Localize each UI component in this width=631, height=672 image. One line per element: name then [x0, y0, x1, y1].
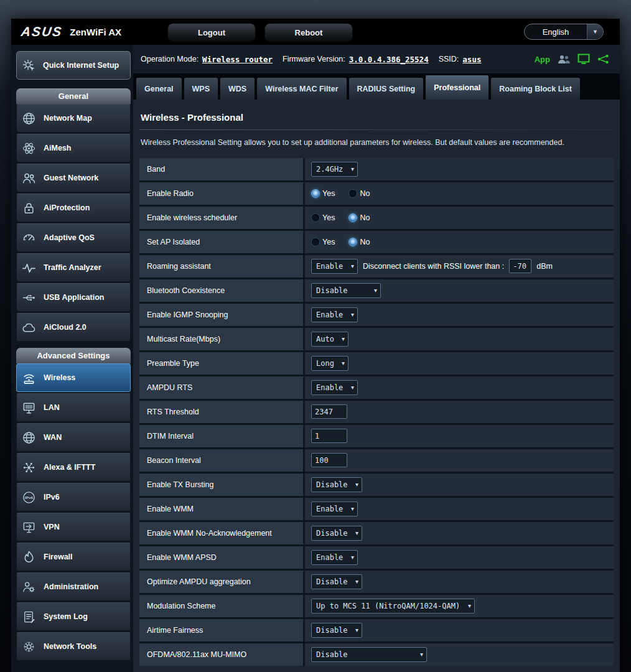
preamble-type-select[interactable]: Long [311, 356, 348, 371]
enable-igmp-snooping-select[interactable]: Enable [311, 307, 358, 322]
enable-radio-radio-no[interactable]: No [348, 189, 370, 198]
tab-wireless-mac-filter[interactable]: Wireless MAC Filter [256, 77, 347, 100]
settings-row-band: Band2.4GHz [139, 158, 614, 180]
settings-row-enable-wmm-apsd: Enable WMM APSDEnable [139, 546, 614, 569]
roaming-assistant-rssi-input[interactable] [509, 259, 531, 273]
sidebar-item-wireless[interactable]: Wireless [16, 363, 131, 392]
setting-label: Roaming assistant [139, 255, 305, 278]
setting-value: Disable [305, 522, 614, 544]
language-selector[interactable]: English ▼ [524, 24, 604, 40]
settings-row-ofdma-802-11ax-mu-mimo: OFDMA/802.11ax MU-MIMODisable [139, 643, 614, 666]
sidebar-item-administration[interactable]: Administration [16, 572, 131, 601]
sidebar-item-lan[interactable]: LAN [16, 393, 131, 422]
page-title: Wireless - Professional [139, 100, 614, 129]
enable-wireless-scheduler-radio-yes[interactable]: Yes [311, 213, 335, 222]
sidebar-item-aimesh[interactable]: AiMesh [16, 134, 131, 162]
main-area: Operation Mode: Wireless router Firmware… [133, 45, 620, 672]
setting-value: Disable [305, 279, 614, 302]
users-icon[interactable] [558, 54, 570, 64]
setting-label: Preamble Type [139, 352, 305, 375]
multicast-rate-mbps-select[interactable]: Auto [311, 332, 348, 347]
sidebar-item-label: WAN [44, 433, 62, 442]
set-ap-isolated-radio-no[interactable]: No [348, 238, 370, 246]
radio-option-label: Yes [322, 213, 335, 222]
tab-wds[interactable]: WDS [220, 77, 255, 100]
dtim-interval-input[interactable] [311, 429, 347, 443]
rts-threshold-input[interactable] [311, 404, 347, 419]
settings-row-airtime-fairness: Airtime FairnessDisable [139, 619, 614, 642]
sidebar-item-adaptive-qos[interactable]: Adaptive QoS [16, 223, 131, 252]
traffic-analyzer-icon [22, 260, 38, 275]
settings-row-modulation-scheme: Modulation SchemeUp to MCS 11 (NitroQAM/… [139, 595, 614, 617]
band-select-wrap: 2.4GHz [311, 162, 358, 177]
sidebar-item-label: IPv6 [44, 493, 60, 502]
sidebar-item-usb-application[interactable]: USB Application [16, 283, 131, 312]
sidebar-item-vpn[interactable]: VPN [16, 513, 131, 541]
quick-icons: App [535, 54, 610, 65]
beacon-interval-input[interactable] [311, 453, 347, 467]
app-link[interactable]: App [535, 55, 550, 64]
chevron-down-icon: ▼ [587, 24, 603, 39]
sidebar-item-label: Network Map [44, 114, 92, 123]
roaming-assistant-select[interactable]: Enable [311, 259, 358, 274]
settings-row-dtim-interval: DTIM Interval [139, 425, 614, 447]
set-ap-isolated-radio-yes[interactable]: Yes [311, 238, 335, 246]
operation-mode-link[interactable]: Wireless router [202, 55, 273, 64]
tab-general[interactable]: General [136, 77, 182, 100]
radio-checked-icon [311, 189, 320, 198]
network-share-icon[interactable] [597, 54, 610, 64]
settings-row-enable-tx-bursting: Enable TX BurstingDisable [139, 474, 614, 496]
sidebar-item-guest-network[interactable]: Guest Network [16, 164, 131, 192]
enable-igmp-snooping-select-wrap: Enable [311, 307, 358, 322]
ampdu-rts-select[interactable]: Enable [311, 380, 358, 395]
sidebar-item-system-log[interactable]: System Log [16, 602, 131, 631]
logout-button[interactable]: Logout [167, 23, 256, 42]
remote-screen-icon[interactable] [577, 54, 590, 65]
setting-value [305, 401, 614, 423]
enable-wireless-scheduler-radio-no[interactable]: No [348, 213, 370, 222]
setting-label: Modulation Scheme [139, 595, 305, 617]
wireless-icon [22, 370, 38, 385]
reboot-button[interactable]: Reboot [264, 23, 353, 42]
setting-label: Enable WMM No-Acknowledgement [139, 522, 305, 544]
tab-radius-setting[interactable]: RADIUS Setting [348, 77, 424, 100]
sidebar-item-ipv6[interactable]: IPv6IPv6 [16, 483, 131, 511]
ofdma-802-11ax-mu-mimo-select-wrap: Disable [311, 647, 427, 662]
tab-wps[interactable]: WPS [184, 77, 218, 100]
tab-roaming-block-list[interactable]: Roaming Block List [490, 77, 581, 100]
enable-wmm-no-acknowledgement-select[interactable]: Disable [311, 526, 362, 541]
bluetooth-coexistence-select[interactable]: Disable [311, 283, 381, 298]
sidebar-item-alexa-ifttt[interactable]: Alexa & IFTTT [16, 453, 131, 482]
airtime-fairness-select[interactable]: Disable [311, 623, 362, 638]
sidebar-item-aiprotection[interactable]: AiProtection [16, 194, 131, 222]
sidebar-item-aicloud-2-0[interactable]: AiCloud 2.0 [16, 313, 131, 342]
optimize-ampdu-aggregation-select[interactable]: Disable [311, 574, 362, 589]
rssi-unit-label: dBm [536, 262, 553, 271]
band-select[interactable]: 2.4GHz [311, 162, 358, 177]
enable-wmm-select[interactable]: Enable [311, 502, 358, 516]
setting-value: Enable [305, 498, 614, 520]
product-name: ZenWiFi AX [70, 27, 121, 37]
ssid-label: SSID: [439, 55, 459, 63]
qis-button[interactable]: Quick Internet Setup [16, 51, 131, 80]
enable-wmm-apsd-select[interactable]: Enable [311, 550, 358, 565]
enable-tx-bursting-select[interactable]: Disable [311, 477, 362, 492]
sidebar-item-wan[interactable]: WAN [16, 423, 131, 452]
tab-professional[interactable]: Professional [425, 75, 489, 100]
sidebar-item-firewall[interactable]: Firewall [16, 543, 131, 571]
firmware-version-link[interactable]: 3.0.0.4.386_25524 [349, 55, 429, 64]
modulation-scheme-select[interactable]: Up to MCS 11 (NitroQAM/1024-QAM) [311, 599, 475, 614]
sidebar-item-network-map[interactable]: Network Map [16, 104, 131, 133]
sidebar-item-label: LAN [44, 403, 60, 412]
sidebar-item-label: Administration [44, 582, 98, 591]
sidebar-item-traffic-analyzer[interactable]: Traffic Analyzer [16, 253, 131, 282]
ofdma-802-11ax-mu-mimo-select[interactable]: Disable [311, 647, 427, 662]
sidebar-item-label: Network Tools [44, 642, 96, 651]
radio-option-label: Yes [322, 238, 335, 246]
settings-row-preamble-type: Preamble TypeLong [139, 352, 614, 375]
setting-label: Bluetooth Coexistence [139, 279, 305, 302]
lan-icon [22, 400, 38, 415]
sidebar-item-network-tools[interactable]: Network Tools [16, 632, 131, 661]
ssid-link[interactable]: asus [462, 55, 481, 64]
enable-radio-radio-yes[interactable]: Yes [311, 189, 335, 198]
